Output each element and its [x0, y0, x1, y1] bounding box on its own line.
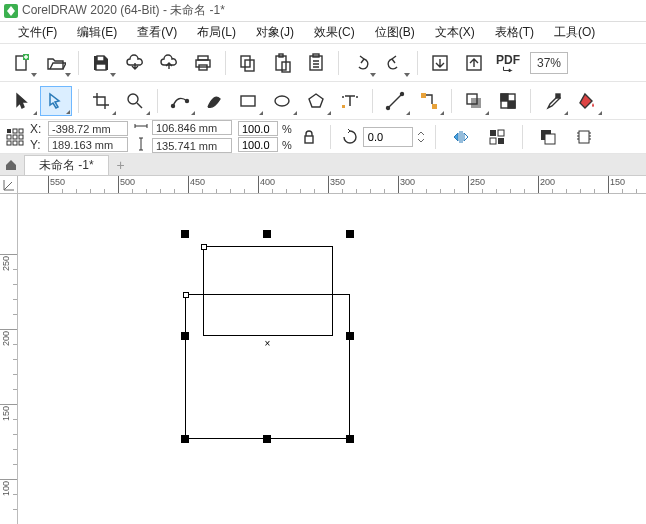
selection-handle[interactable] [263, 230, 271, 238]
home-button[interactable] [0, 155, 22, 175]
scale-x-input[interactable]: 100.0 [238, 121, 278, 136]
artistic-media-tool[interactable] [198, 86, 230, 116]
selection-box: × [185, 234, 350, 439]
svg-rect-43 [498, 130, 504, 136]
clipboard-button[interactable] [300, 48, 332, 78]
document-tabs: 未命名 -1* + [0, 154, 646, 176]
lock-ratio-button[interactable] [298, 123, 320, 151]
eyedropper-tool[interactable] [537, 86, 569, 116]
svg-point-22 [387, 106, 390, 109]
svg-rect-24 [421, 93, 426, 98]
import-button[interactable] [424, 48, 456, 78]
selection-handle[interactable] [346, 230, 354, 238]
drawing-viewport[interactable]: × [18, 194, 646, 524]
position-icon [6, 128, 24, 146]
freehand-tool[interactable] [164, 86, 196, 116]
selection-handle[interactable] [346, 332, 354, 340]
selection-node[interactable] [201, 244, 207, 250]
rotation-input[interactable]: 0.0 [363, 127, 413, 147]
scale-y-input[interactable]: 100.0 [238, 137, 278, 152]
separator [338, 51, 339, 75]
menu-view[interactable]: 查看(V) [127, 22, 187, 43]
separator [435, 125, 436, 149]
ellipse-tool[interactable] [266, 86, 298, 116]
menu-bitmap[interactable]: 位图(B) [365, 22, 425, 43]
svg-point-16 [128, 94, 138, 104]
connector-tool[interactable] [413, 86, 445, 116]
wrap-button[interactable] [569, 123, 599, 151]
menu-file[interactable]: 文件(F) [8, 22, 67, 43]
svg-rect-34 [19, 129, 23, 133]
rotation-icon [341, 128, 359, 146]
zoom-level-input[interactable]: 37% [530, 52, 568, 74]
menu-layout[interactable]: 布局(L) [187, 22, 246, 43]
pick-tool[interactable] [6, 86, 38, 116]
publish-pdf-button[interactable]: PDF [492, 48, 524, 78]
ruler-origin[interactable] [0, 176, 18, 194]
svg-rect-29 [501, 94, 508, 101]
mirror-vertical-button[interactable] [482, 123, 512, 151]
menu-tools[interactable]: 工具(O) [544, 22, 605, 43]
paste-button[interactable] [266, 48, 298, 78]
polygon-tool[interactable] [300, 86, 332, 116]
shape-tool[interactable] [40, 86, 72, 116]
cloud-open-button[interactable] [119, 48, 151, 78]
document-tab[interactable]: 未命名 -1* [24, 155, 109, 175]
height-input[interactable]: 135.741 mm [152, 138, 232, 153]
undo-button[interactable] [345, 48, 377, 78]
export-button[interactable] [458, 48, 490, 78]
menu-edit[interactable]: 编辑(E) [67, 22, 127, 43]
add-tab-button[interactable]: + [111, 155, 131, 175]
mirror-horizontal-button[interactable] [446, 123, 476, 151]
menu-object[interactable]: 对象(J) [246, 22, 304, 43]
selection-handle[interactable] [346, 435, 354, 443]
rectangle-tool[interactable] [232, 86, 264, 116]
print-button[interactable] [187, 48, 219, 78]
open-button[interactable] [40, 48, 72, 78]
svg-rect-19 [241, 96, 255, 106]
redo-button[interactable] [379, 48, 411, 78]
fill-tool[interactable] [571, 86, 603, 116]
size-group: 106.846 mm 135.741 mm [134, 119, 232, 154]
transparency-tool[interactable] [492, 86, 524, 116]
separator [157, 89, 158, 113]
selection-handle[interactable] [263, 435, 271, 443]
text-tool[interactable] [334, 86, 366, 116]
menu-bar: 文件(F) 编辑(E) 查看(V) 布局(L) 对象(J) 效果(C) 位图(B… [0, 22, 646, 44]
selection-handle[interactable] [181, 332, 189, 340]
rotation-stepper[interactable] [417, 129, 425, 145]
selection-handle[interactable] [181, 230, 189, 238]
order-button[interactable] [533, 123, 563, 151]
dimension-tool[interactable] [379, 86, 411, 116]
property-bar: X:-398.72 mm Y:189.163 mm 106.846 mm 135… [0, 120, 646, 154]
selection-handle[interactable] [181, 435, 189, 443]
horizontal-ruler[interactable]: 550500450400350300250200150 [18, 176, 646, 194]
y-input[interactable]: 189.163 mm [48, 137, 128, 152]
zoom-tool[interactable] [119, 86, 151, 116]
width-input[interactable]: 106.846 mm [152, 120, 232, 135]
separator [78, 89, 79, 113]
menu-text[interactable]: 文本(X) [425, 22, 485, 43]
copy-button[interactable] [232, 48, 264, 78]
menu-table[interactable]: 表格(T) [485, 22, 544, 43]
x-input[interactable]: -398.72 mm [48, 121, 128, 136]
svg-rect-44 [490, 138, 496, 144]
app-icon [4, 4, 18, 18]
save-button[interactable] [85, 48, 117, 78]
selection-node[interactable] [183, 292, 189, 298]
menu-effect[interactable]: 效果(C) [304, 22, 365, 43]
svg-rect-41 [305, 136, 313, 143]
svg-rect-25 [432, 104, 437, 109]
cloud-save-button[interactable] [153, 48, 185, 78]
svg-rect-30 [508, 101, 515, 108]
title-bar: CorelDRAW 2020 (64-Bit) - 未命名 -1* [0, 0, 646, 22]
drop-shadow-tool[interactable] [458, 86, 490, 116]
separator [78, 51, 79, 75]
crop-tool[interactable] [85, 86, 117, 116]
svg-rect-21 [342, 105, 345, 108]
separator [330, 125, 331, 149]
svg-rect-2 [97, 56, 104, 61]
new-button[interactable] [6, 48, 38, 78]
svg-point-23 [401, 92, 404, 95]
vertical-ruler[interactable]: 250200150100 [0, 194, 18, 524]
